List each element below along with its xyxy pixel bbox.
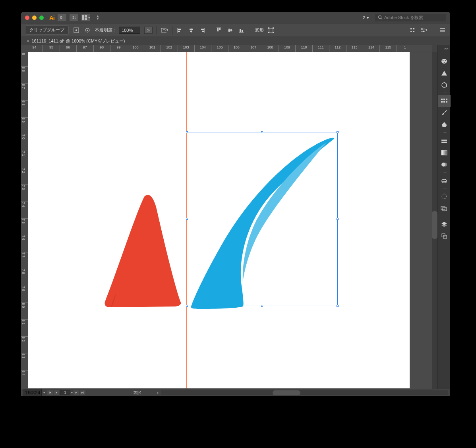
- gpu-preview-icon[interactable]: [93, 14, 102, 21]
- bridge-icon[interactable]: Br: [58, 14, 66, 21]
- panel-grip[interactable]: [440, 132, 448, 134]
- resize-handle-e[interactable]: [337, 218, 339, 220]
- transform-label[interactable]: 変形: [255, 27, 264, 33]
- minimize-window-button[interactable]: [32, 16, 37, 20]
- svg-rect-15: [190, 31, 192, 32]
- artboard-chevron-icon[interactable]: ▾: [71, 391, 73, 394]
- status-tool-label: 選択: [133, 390, 141, 396]
- svg-rect-21: [219, 28, 221, 30]
- stock-icon[interactable]: St: [70, 14, 78, 21]
- workspace-number: 2: [363, 15, 365, 20]
- align-bottom-icon[interactable]: [238, 27, 245, 34]
- next-artboard-button[interactable]: ▸: [74, 390, 79, 395]
- edit-contents-icon[interactable]: [73, 27, 80, 34]
- color-guide-panel-icon[interactable]: [438, 67, 451, 79]
- red-shape[interactable]: [103, 191, 190, 310]
- resize-handle-se[interactable]: [337, 305, 339, 307]
- swatches-panel-icon[interactable]: [438, 95, 451, 107]
- recolor-icon[interactable]: ▾: [161, 27, 168, 34]
- resize-handle-w[interactable]: [186, 218, 188, 220]
- align-top-icon[interactable]: [215, 27, 223, 34]
- brushes-panel-icon[interactable]: [438, 107, 451, 119]
- zoom-chevron-icon[interactable]: ▾: [43, 391, 45, 394]
- artboard[interactable]: [28, 52, 410, 388]
- align-center-v-icon[interactable]: [226, 27, 234, 34]
- workspace-switcher[interactable]: 2 ▾: [360, 15, 372, 20]
- panel-grip[interactable]: [440, 92, 448, 94]
- isolate-icon[interactable]: [84, 27, 91, 34]
- libraries-panel-icon[interactable]: [438, 175, 451, 186]
- panel-grip[interactable]: [440, 172, 448, 173]
- panel-grip[interactable]: [440, 188, 448, 189]
- recolor-artwork-icon[interactable]: [438, 79, 451, 91]
- layers-panel-icon[interactable]: [438, 218, 451, 230]
- vertical-ruler[interactable]: 6 56 66 76 86 97 07 17 27 37 47 57 67 77…: [21, 52, 28, 389]
- panel-grip[interactable]: [440, 52, 448, 54]
- ruler-h-tick: 100: [127, 45, 143, 52]
- close-window-button[interactable]: [25, 16, 29, 20]
- panel-collapse-icon[interactable]: ▸▸: [438, 47, 450, 51]
- color-panel-icon[interactable]: [438, 55, 451, 67]
- panel-grip[interactable]: [440, 215, 448, 217]
- ruler-h-tick: 108: [262, 45, 279, 52]
- svg-rect-11: [178, 29, 181, 30]
- align-right-icon[interactable]: [199, 27, 206, 34]
- ruler-v-tick: 6 9: [21, 117, 28, 134]
- resize-handle-ne[interactable]: [337, 131, 339, 133]
- tab-title: 161116_1411.ai* @ 1600% (CMYK/プレビュー): [31, 38, 125, 44]
- horizontal-ruler[interactable]: 9495969798991001011021031041051061071081…: [28, 45, 432, 52]
- zoom-input[interactable]: [23, 389, 42, 396]
- scrollbar-thumb[interactable]: [432, 211, 437, 239]
- resize-handle-s[interactable]: [261, 305, 263, 307]
- ruler-v-tick: 7 1: [21, 151, 28, 167]
- graphic-styles-panel-icon[interactable]: [438, 202, 451, 214]
- resize-handle-nw[interactable]: [186, 131, 188, 133]
- resize-handle-sw[interactable]: [186, 305, 188, 307]
- snap-pixel-icon[interactable]: [409, 27, 416, 34]
- svg-rect-30: [273, 27, 274, 29]
- maximize-window-button[interactable]: [39, 16, 44, 20]
- ruler-v-tick: 7 4: [21, 202, 28, 218]
- appearance-panel-icon[interactable]: [438, 190, 451, 202]
- artboard-number[interactable]: 1: [60, 390, 70, 395]
- transparency-panel-icon[interactable]: [438, 159, 451, 171]
- svg-rect-64: [443, 208, 447, 211]
- align-left-icon[interactable]: [176, 27, 184, 34]
- vertical-scrollbar[interactable]: [432, 52, 437, 389]
- ruler-h-tick: 99: [110, 45, 127, 52]
- stroke-panel-icon[interactable]: [438, 135, 451, 147]
- arrange-documents-icon[interactable]: ▾: [81, 14, 90, 21]
- adobe-stock-search[interactable]: Adobe Stock を検索: [375, 14, 446, 21]
- status-play-icon[interactable]: ▸: [157, 390, 159, 395]
- ruler-v-tick: 6 5: [21, 52, 28, 66]
- ruler-origin[interactable]: [21, 45, 28, 52]
- document-tab-bar: × 161116_1411.ai* @ 1600% (CMYK/プレビュー): [21, 37, 450, 45]
- svg-marker-66: [441, 224, 447, 227]
- scrollbar-thumb[interactable]: [273, 390, 300, 395]
- svg-rect-1: [85, 15, 87, 17]
- control-bar: クリップグループ 不透明度 : > ▾ 変形 ▾: [21, 23, 450, 37]
- last-artboard-button[interactable]: ▸I: [80, 390, 85, 395]
- selection-type-label[interactable]: クリップグループ: [25, 25, 69, 35]
- horizontal-scrollbar[interactable]: [161, 390, 448, 395]
- tab-close-icon[interactable]: ×: [27, 39, 29, 43]
- gradient-panel-icon[interactable]: [438, 147, 451, 159]
- document-tab[interactable]: × 161116_1411.ai* @ 1600% (CMYK/プレビュー): [23, 38, 128, 44]
- resize-handle-n[interactable]: [261, 131, 263, 133]
- preferences-icon[interactable]: ▾: [420, 27, 427, 34]
- transform-panel-icon[interactable]: [268, 27, 275, 34]
- symbols-panel-icon[interactable]: [438, 119, 451, 131]
- opacity-more-button[interactable]: >: [144, 27, 152, 34]
- panel-menu-icon[interactable]: [439, 27, 446, 34]
- opacity-input[interactable]: [119, 27, 140, 34]
- artboards-panel-icon[interactable]: [438, 230, 451, 242]
- svg-rect-9: [161, 28, 166, 32]
- ruler-h-tick: 114: [363, 45, 379, 52]
- align-center-h-icon[interactable]: [188, 27, 195, 34]
- canvas-viewport[interactable]: [28, 52, 432, 389]
- selection-box[interactable]: [187, 132, 338, 306]
- prev-artboard-button[interactable]: ◂: [54, 390, 59, 395]
- first-artboard-button[interactable]: I◂: [47, 390, 53, 395]
- svg-rect-18: [202, 31, 204, 32]
- svg-rect-26: [240, 29, 241, 32]
